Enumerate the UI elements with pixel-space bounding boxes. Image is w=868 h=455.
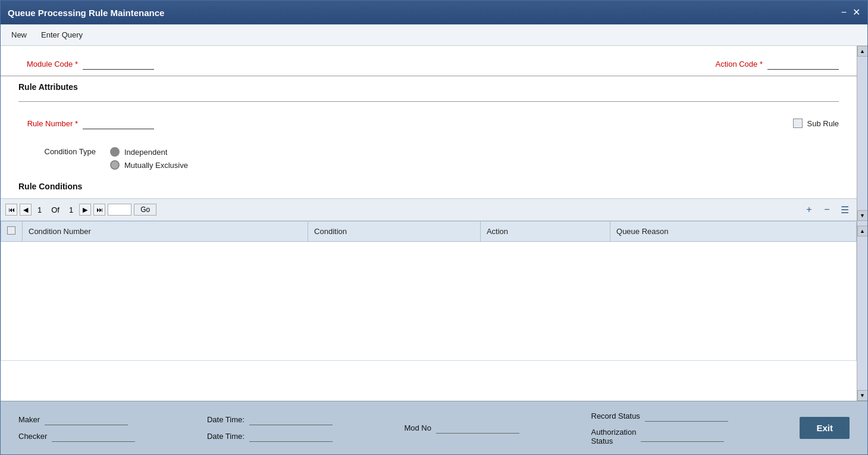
module-code-label: Module Code * [18,60,78,68]
footer-record-status-row: Record Status [591,411,728,422]
scroll-up-button-bottom[interactable]: ▲ [857,226,868,236]
action-code-required: * [760,60,763,68]
radio-mutually-exclusive[interactable] [110,160,120,170]
footer-checker-row: Checker [18,431,135,442]
page-total: 1 [65,205,77,214]
window-controls: − ✕ [841,8,860,17]
menu-bar: New Enter Query [1,24,867,46]
table-toolbar-right: + − ☰ [802,202,852,217]
action-code-group: Action Code * [703,58,839,70]
page-current: 1 [34,205,45,214]
rule-conditions-header: Rule Conditions [1,182,857,194]
section-divider [18,101,839,102]
auth-status-value [641,431,724,442]
top-form-row: Module Code * Action Code * [1,46,857,76]
scroll-down-button-top[interactable]: ▼ [857,210,868,221]
module-code-required: * [75,60,78,68]
footer-datetime-section: Date Time: Date Time: [207,415,333,442]
condition-type-radio-group: Independent Mutually Exclusive [110,147,188,170]
datetime2-label: Date Time: [207,432,245,441]
header-condition: Condition [308,222,481,242]
radio-mutually-exclusive-label: Mutually Exclusive [124,161,188,170]
rule-attributes-content: Rule Number * Sub Rule [18,111,839,170]
menu-item-new[interactable]: New [5,28,33,42]
footer-datetime2-row: Date Time: [207,431,333,442]
auth-status-label: Authorization Status [591,428,637,445]
next-page-button[interactable]: ▶ [79,204,91,216]
footer-bar: Maker Checker Date Time: Date Time: [1,401,867,454]
checker-value [52,431,135,442]
header-condition-number: Condition Number [23,222,308,242]
table-header-row: Condition Number Condition Action [1,222,857,242]
table-container: Condition Number Condition Action [1,221,857,361]
scrollbar-right: ▲ ▼ ▲ ▼ [857,46,867,401]
add-row-button[interactable]: + [802,202,816,217]
content-area: Module Code * Action Code * [1,46,867,454]
datetime1-value [249,415,333,425]
rule-conditions-table: Condition Number Condition Action [1,221,857,361]
datetime1-label: Date Time: [207,415,245,424]
table-body [1,242,857,361]
footer-maker-row: Maker [18,415,135,425]
radio-independent[interactable] [110,147,120,157]
sub-rule-label: Sub Rule [807,119,839,128]
radio-independent-label: Independent [124,148,167,157]
remove-row-button[interactable]: − [820,202,834,217]
footer-modno-section: Mod No [404,423,519,434]
sub-rule-group: Sub Rule [793,119,839,128]
record-status-label: Record Status [591,412,640,420]
header-queue-reason: Queue Reason [610,222,857,242]
mod-no-value [436,423,519,434]
empty-row [1,242,857,361]
rule-number-required: * [75,119,78,128]
close-button[interactable]: ✕ [853,8,860,17]
header-checkbox-col [1,222,23,242]
action-code-label: Action Code * [703,60,763,68]
last-page-button[interactable]: ⏭ [93,204,105,216]
rule-number-group: Rule Number * [18,117,154,129]
footer-datetime1-row: Date Time: [207,415,333,425]
rule-number-label: Rule Number * [18,119,78,128]
footer-auth-status-row: Authorization Status [591,428,728,445]
rule-attributes-section: Rule Attributes Rule Number * [1,76,857,176]
pagination-bar: ⏮ ◀ 1 Of 1 ▶ ⏭ Go + − ☰ [1,198,857,221]
rule-conditions-title: Rule Conditions [18,182,839,194]
module-code-input[interactable] [83,58,154,70]
radio-mutually-exclusive-row: Mutually Exclusive [110,160,188,170]
page-jump-input[interactable] [108,204,131,216]
title-bar: Queue Processing Rule Maintenance − ✕ [1,1,867,24]
header-checkbox[interactable] [7,226,15,235]
datetime2-value [249,431,333,442]
main-panel: Module Code * Action Code * [1,46,857,401]
sub-rule-checkbox[interactable] [793,119,803,128]
footer-maker-section: Maker Checker [18,415,135,442]
go-button[interactable]: Go [134,204,156,216]
rule-conditions-section: Rule Conditions ⏮ ◀ 1 Of 1 ▶ ⏭ Go [1,176,857,361]
record-status-value [645,411,728,422]
condition-type-label: Condition Type [18,147,96,156]
header-action: Action [480,222,610,242]
prev-page-button[interactable]: ◀ [20,204,32,216]
empty-cell [1,242,857,361]
maker-label: Maker [18,415,40,424]
radio-independent-row: Independent [110,147,188,157]
scroll-up-button[interactable]: ▲ [857,46,868,57]
minimize-button[interactable]: − [841,8,847,17]
action-code-input[interactable] [767,58,839,70]
rule-number-row: Rule Number * Sub Rule [18,117,839,129]
checker-label: Checker [18,432,47,441]
menu-item-enter-query[interactable]: Enter Query [35,28,89,42]
rule-number-input[interactable] [83,117,154,129]
condition-type-row: Condition Type Independent Mutually Excl… [18,147,839,170]
mod-no-label: Mod No [404,423,431,432]
module-code-group: Module Code * [18,58,154,70]
first-page-button[interactable]: ⏮ [5,204,17,216]
maker-value [45,415,128,425]
footer-modno-row: Mod No [404,423,519,434]
exit-button[interactable]: Exit [800,417,850,439]
scroll-down-button-bottom[interactable]: ▼ [857,390,868,401]
window-title: Queue Processing Rule Maintenance [8,8,164,18]
detail-button[interactable]: ☰ [838,202,852,217]
page-of-label: Of [48,205,63,214]
rule-attributes-title: Rule Attributes [18,82,839,94]
